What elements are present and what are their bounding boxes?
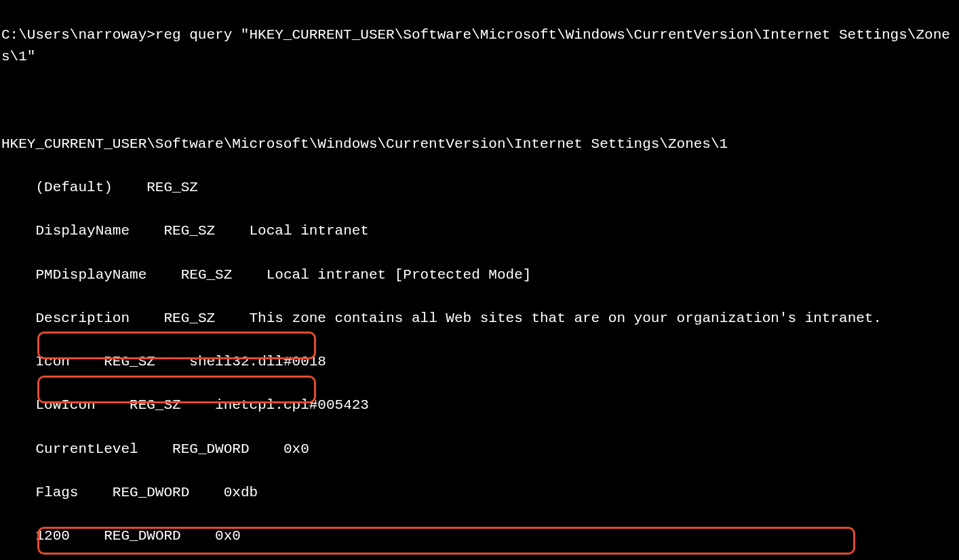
registry-value-row: 1200 REG_DWORD 0x0 — [1, 525, 958, 547]
registry-value-row: Description REG_SZ This zone contains al… — [1, 308, 958, 329]
terminal-output: C:\Users\narroway>reg query "HKEY_CURREN… — [0, 0, 959, 560]
registry-value-row: Icon REG_SZ shell32.dll#0018 — [1, 351, 958, 373]
blank-line — [1, 90, 958, 112]
registry-key-path: HKEY_CURRENT_USER\Software\Microsoft\Win… — [1, 134, 958, 155]
prompt: C:\Users\narroway> — [1, 27, 155, 43]
registry-value-row: LowIcon REG_SZ inetcpl.cpl#005423 — [1, 395, 958, 416]
registry-value-row: PMDisplayName REG_SZ Local intranet [Pro… — [1, 264, 958, 286]
registry-value-row: CurrentLevel REG_DWORD 0x0 — [1, 439, 958, 460]
registry-value-row: Flags REG_DWORD 0xdb — [1, 482, 958, 504]
registry-value-row: (Default) REG_SZ — [1, 177, 958, 199]
command-line-1: C:\Users\narroway>reg query "HKEY_CURREN… — [1, 24, 958, 68]
registry-value-row: DisplayName REG_SZ Local intranet — [1, 220, 958, 242]
